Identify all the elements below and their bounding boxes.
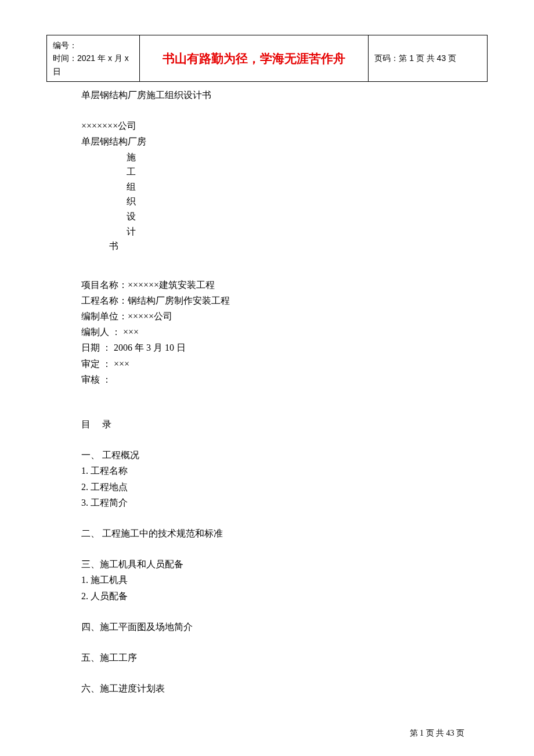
project-info: 项目名称：××××××建筑安装工程 工程名称：钢结构厂房制作安装工程 编制单位：…	[81, 277, 453, 387]
header-table: 编号： 时间：2021 年 x 月 x 日 书山有路勤为径，学海无涯苦作舟 页码…	[46, 35, 488, 82]
toc-sec3-head: 三、施工机具和人员配备	[81, 556, 453, 572]
toc-sec2-head: 二、 工程施工中的技术规范和标准	[81, 525, 453, 541]
header-center-cell: 书山有路勤为径，学海无涯苦作舟	[139, 35, 368, 82]
vchar-4: 设	[81, 209, 453, 224]
toc-sec3: 三、施工机具和人员配备 1. 施工机具 2. 人员配备	[81, 556, 453, 604]
toc-sec1-item0: 1. 工程名称	[81, 463, 453, 478]
toc-sec1-item2: 3. 工程简介	[81, 495, 453, 510]
toc-sec6: 六、施工进度计划表	[81, 681, 453, 696]
subtitle-line: 单层钢结构厂房	[81, 134, 453, 149]
info-compile-unit: 编制单位：×××××公司	[81, 308, 453, 324]
toc-sec5-head: 五、施工工序	[81, 650, 453, 665]
vchar-2: 组	[81, 179, 453, 195]
vchar-5: 计	[81, 224, 453, 239]
toc-sec1-head: 一、 工程概况	[81, 447, 453, 463]
cover-block: ×××××××公司 单层钢结构厂房 施 工 组 织 设 计 书	[81, 118, 453, 254]
info-reviewer: 审核 ：	[81, 372, 453, 387]
page-footer: 第 1 页 共 43 页	[410, 728, 465, 739]
toc-heading: 目 录	[81, 416, 453, 432]
toc-sec1-item1: 2. 工程地点	[81, 479, 453, 495]
info-compiler: 编制人 ： ×××	[81, 324, 453, 340]
vchar-last: 书	[81, 239, 453, 254]
toc-sec6-head: 六、施工进度计划表	[81, 681, 453, 696]
toc-sec5: 五、施工工序	[81, 650, 453, 665]
toc-sec3-item1: 2. 人员配备	[81, 588, 453, 604]
vchar-3: 织	[81, 194, 453, 209]
header-right-cell: 页码：第 1 页 共 43 页	[369, 35, 488, 82]
header-bianhao: 编号：	[53, 39, 134, 52]
header-left-cell: 编号： 时间：2021 年 x 月 x 日	[47, 35, 140, 82]
info-date: 日期 ： 2006 年 3 月 10 日	[81, 340, 453, 355]
vchar-0: 施	[81, 150, 453, 165]
company-line: ×××××××公司	[81, 118, 453, 134]
info-approver: 审定 ： ×××	[81, 356, 453, 372]
document-body: 单层钢结构厂房施工组织设计书 ×××××××公司 单层钢结构厂房 施 工 组 织…	[81, 87, 453, 711]
toc-sec2: 二、 工程施工中的技术规范和标准	[81, 525, 453, 541]
vchar-1: 工	[81, 164, 453, 179]
toc-sec4-head: 四、施工平面图及场地简介	[81, 619, 453, 635]
toc-sec1: 一、 工程概况 1. 工程名称 2. 工程地点 3. 工程简介	[81, 447, 453, 510]
toc-sec3-item0: 1. 施工机具	[81, 572, 453, 588]
toc-sec4: 四、施工平面图及场地简介	[81, 619, 453, 635]
header-time: 时间：2021 年 x 月 x 日	[53, 52, 134, 78]
info-engineering-name: 工程名称：钢结构厂房制作安装工程	[81, 293, 453, 308]
info-project-name: 项目名称：××××××建筑安装工程	[81, 277, 453, 293]
document-title: 单层钢结构厂房施工组织设计书	[81, 87, 453, 103]
